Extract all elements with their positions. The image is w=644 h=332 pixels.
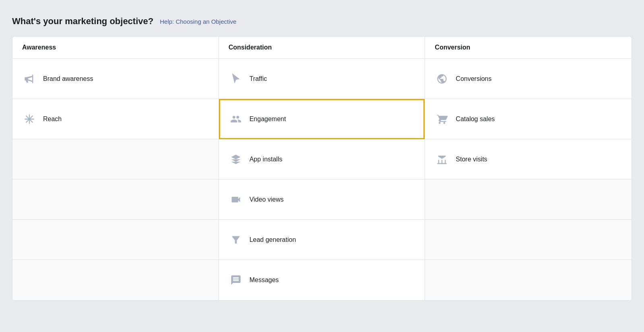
chat-icon <box>229 273 243 287</box>
catalog-sales-label: Catalog sales <box>456 115 495 123</box>
video-icon <box>229 192 243 207</box>
option-traffic[interactable]: Traffic <box>219 59 425 99</box>
consideration-column: Traffic Engagement <box>219 59 425 300</box>
box-icon <box>229 152 243 167</box>
header-awareness: Awareness <box>12 37 219 58</box>
option-messages[interactable]: Messages <box>219 260 425 300</box>
store-icon <box>435 152 449 167</box>
globe-icon <box>435 72 449 86</box>
awareness-empty-1 <box>12 139 219 179</box>
conversion-empty-3 <box>425 260 632 300</box>
reach-label: Reach <box>43 115 62 123</box>
objectives-table: Awareness Consideration Conversion Brand… <box>12 36 632 301</box>
table-header: Awareness Consideration Conversion <box>12 37 632 59</box>
option-catalog-sales[interactable]: Catalog sales <box>425 99 632 139</box>
engagement-icon <box>229 112 243 126</box>
table-body: Brand awareness Reach <box>12 59 632 300</box>
engagement-label: Engagement <box>250 115 286 123</box>
option-engagement[interactable]: Engagement <box>219 99 425 139</box>
conversion-empty-1 <box>425 179 632 220</box>
option-video-views[interactable]: Video views <box>219 179 425 220</box>
header-consideration: Consideration <box>219 37 425 58</box>
asterisk-icon <box>22 112 37 126</box>
page-title: What's your marketing objective? <box>12 16 153 27</box>
filter-icon <box>229 233 243 247</box>
awareness-empty-3 <box>12 220 219 260</box>
megaphone-icon <box>22 72 37 86</box>
conversion-column: Conversions Catalog sales <box>425 59 632 300</box>
traffic-label: Traffic <box>250 75 267 82</box>
brand-awareness-label: Brand awareness <box>43 75 93 82</box>
awareness-column: Brand awareness Reach <box>12 59 219 300</box>
cursor-icon <box>229 72 243 86</box>
option-app-installs[interactable]: App installs <box>219 139 425 179</box>
cart-icon <box>435 112 449 126</box>
title-row: What's your marketing objective? Help: C… <box>12 16 632 27</box>
option-brand-awareness[interactable]: Brand awareness <box>12 59 219 99</box>
messages-label: Messages <box>250 276 279 284</box>
option-conversions[interactable]: Conversions <box>425 59 632 99</box>
header-conversion: Conversion <box>425 37 632 58</box>
page-container: What's your marketing objective? Help: C… <box>12 16 632 301</box>
option-reach[interactable]: Reach <box>12 99 219 139</box>
help-link[interactable]: Help: Choosing an Objective <box>160 18 236 25</box>
option-lead-generation[interactable]: Lead generation <box>219 220 425 260</box>
app-installs-label: App installs <box>250 156 283 163</box>
awareness-empty-2 <box>12 179 219 220</box>
conversion-empty-2 <box>425 220 632 260</box>
option-store-visits[interactable]: Store visits <box>425 139 632 179</box>
lead-generation-label: Lead generation <box>250 236 296 243</box>
awareness-empty-4 <box>12 260 219 300</box>
video-views-label: Video views <box>250 196 284 203</box>
conversions-label: Conversions <box>456 75 491 82</box>
store-visits-label: Store visits <box>456 156 487 163</box>
